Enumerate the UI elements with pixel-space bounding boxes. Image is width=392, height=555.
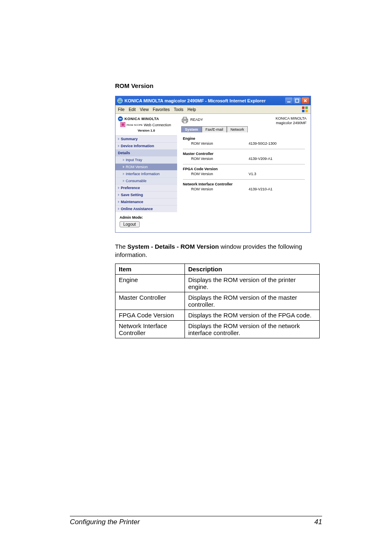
sidebar-item-maintenance[interactable]: Maintenance: [115, 198, 177, 205]
section-heading: ROM Version: [115, 82, 322, 89]
section-fpga-title: FPGA Code Version: [183, 167, 305, 171]
pagescope-label: PAGE SCOPE: [127, 124, 143, 126]
sidebar-item-summary[interactable]: Summary: [115, 135, 177, 142]
menu-help[interactable]: Help: [187, 107, 196, 112]
engine-rom-label: ROM Version: [191, 141, 249, 146]
divider: [183, 149, 305, 149]
sidebar-item-label: ROM Version: [126, 165, 148, 169]
table-head-description: Description: [184, 264, 319, 274]
close-button[interactable]: [302, 97, 309, 104]
sidebar-item-label: Consumable: [126, 179, 147, 183]
maximize-button[interactable]: [293, 97, 301, 104]
engine-rom-value: 4139-50G2-1300: [249, 141, 277, 146]
ie-icon: [117, 98, 123, 104]
brand-name: KONICA MINOLTA: [125, 117, 159, 121]
footer-left: Configuring the Printer: [70, 518, 140, 526]
menubar: File Edit View Favorites Tools Help: [115, 105, 311, 114]
status-ready: READY: [190, 118, 203, 122]
chevron-right-icon: [118, 194, 120, 196]
svg-rect-3: [302, 106, 304, 109]
table-row: FPGA Code Version Displays the ROM versi…: [115, 310, 320, 320]
table-head-item: Item: [115, 264, 185, 274]
brand-logo: KONICA MINOLTA: [118, 116, 175, 121]
tab-system[interactable]: System: [181, 126, 202, 132]
sidebar-item-save-setting[interactable]: Save Setting: [115, 191, 177, 198]
menu-edit[interactable]: Edit: [129, 107, 136, 112]
chevron-right-icon: [123, 180, 125, 182]
sidebar: KONICA MINOLTA PAGE SCOPE Web Connection…: [115, 114, 177, 212]
chevron-right-icon: [118, 138, 120, 140]
tab-fax-email[interactable]: Fax/E-mail: [202, 126, 227, 132]
section-engine-title: Engine: [183, 136, 305, 141]
sidebar-item-preference[interactable]: Preference: [115, 184, 177, 191]
browser-window: KONICA MINOLTA magicolor 2490MF - Micros…: [115, 96, 311, 233]
svg-rect-10: [183, 117, 187, 119]
sidebar-item-rom-version[interactable]: ROM Version: [115, 163, 177, 170]
sidebar-header-details: Details: [115, 149, 177, 156]
device-maker: KONICA MINOLTA: [276, 116, 307, 121]
version-label: Version 1.0: [118, 129, 175, 134]
nic-rom-value: 4139-V210-A1: [249, 187, 272, 191]
sidebar-item-label: Interface Information: [126, 172, 160, 176]
main-pane: READY KONICA MINOLTA magicolor 2490MF Sy…: [177, 114, 311, 212]
table-cell-desc: Displays the ROM version of the FPGA cod…: [184, 310, 319, 320]
table-cell-desc: Displays the ROM version of the network …: [184, 320, 319, 338]
chevron-right-icon: [123, 166, 125, 168]
pagescope-icon: [120, 122, 125, 128]
menu-file[interactable]: File: [118, 107, 125, 112]
svg-rect-2: [295, 99, 299, 102]
tab-network[interactable]: Network: [227, 126, 248, 132]
menu-view[interactable]: View: [140, 107, 149, 112]
page-footer: Configuring the Printer 41: [70, 516, 322, 526]
admin-mode-label: Admin Mode:: [120, 215, 307, 220]
chevron-right-icon: [123, 159, 125, 161]
table-cell-item: FPGA Code Version: [115, 310, 185, 320]
svg-rect-1: [287, 102, 291, 102]
svg-point-12: [187, 119, 187, 120]
footer-page-number: 41: [314, 518, 322, 526]
chevron-right-icon: [123, 173, 125, 175]
sidebar-item-consumable[interactable]: Consumable: [115, 177, 177, 184]
table-cell-item: Network Interface Controller: [115, 320, 185, 338]
chevron-right-icon: [118, 187, 120, 189]
table-row: Master Controller Displays the ROM versi…: [115, 292, 320, 310]
sidebar-item-label: Maintenance: [121, 200, 143, 204]
paragraph-bold: System - Details - ROM Version: [127, 243, 219, 250]
sidebar-item-interface-information[interactable]: Interface Information: [115, 170, 177, 177]
svg-rect-5: [302, 110, 304, 112]
table-cell-desc: Displays the ROM version of the printer …: [184, 274, 319, 292]
minimize-button[interactable]: [285, 97, 293, 104]
master-rom-value: 4139-V209-A1: [249, 157, 272, 161]
menu-tools[interactable]: Tools: [174, 107, 183, 112]
sidebar-item-input-tray[interactable]: Input Tray: [115, 156, 177, 163]
sidebar-item-label: Device Information: [121, 144, 154, 148]
printer-icon: [181, 116, 188, 123]
sidebar-item-label: Summary: [121, 137, 138, 141]
svg-rect-4: [305, 106, 308, 109]
table-row: Engine Displays the ROM version of the p…: [115, 274, 320, 292]
nic-rom-label: ROM Version: [191, 187, 249, 191]
sidebar-item-label: Online Assistance: [121, 207, 153, 211]
master-rom-label: ROM Version: [191, 157, 249, 161]
sidebar-item-device-information[interactable]: Device Information: [115, 142, 177, 149]
logout-button[interactable]: Logout: [120, 221, 140, 227]
svg-rect-6: [305, 110, 308, 112]
tabs: System Fax/E-mail Network: [177, 126, 311, 132]
paragraph-pre: The: [115, 243, 127, 250]
divider: [183, 164, 305, 164]
titlebar: KONICA MINOLTA magicolor 2490MF - Micros…: [115, 96, 311, 105]
web-connection-label: Web Connection: [144, 123, 171, 127]
window-controls: [285, 97, 309, 104]
chevron-right-icon: [118, 208, 120, 210]
menu-favorites[interactable]: Favorites: [153, 107, 170, 112]
table-cell-item: Engine: [115, 274, 185, 292]
svg-rect-11: [183, 121, 187, 123]
device-model: magicolor 2490MF: [276, 121, 307, 125]
section-nic-title: Network Interface Controller: [183, 182, 305, 186]
section-master-title: Master Controller: [183, 152, 305, 156]
sidebar-item-online-assistance[interactable]: Online Assistance: [115, 205, 177, 212]
info-table: Item Description Engine Displays the ROM…: [115, 264, 320, 338]
brand-dot-icon: [118, 116, 123, 121]
body-paragraph: The System - Details - ROM Version windo…: [115, 243, 322, 259]
table-row: Network Interface Controller Displays th…: [115, 320, 320, 338]
